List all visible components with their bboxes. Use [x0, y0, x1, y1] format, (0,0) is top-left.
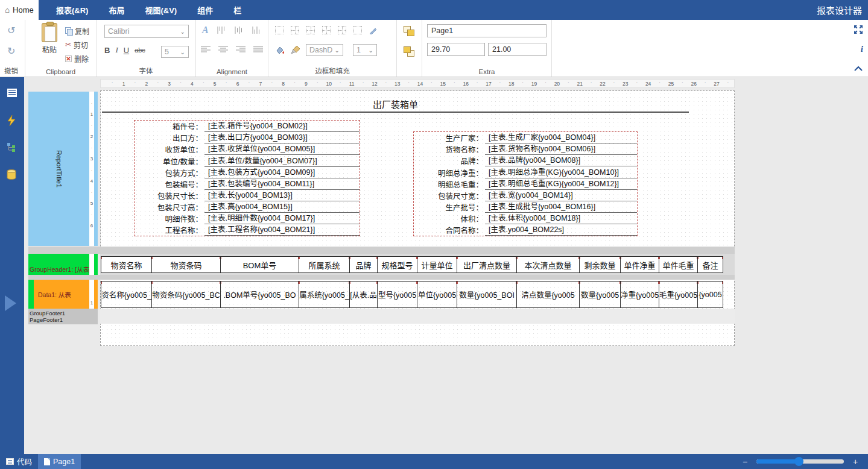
field-right-value-8[interactable]: [主表.yo004_BOM22s]	[485, 223, 637, 236]
delete-button[interactable]: ✕ 删除	[65, 52, 95, 65]
border-vertical-icon[interactable]	[338, 26, 346, 34]
field-right-value-4[interactable]: [主表.明细总毛重(KG){yo004_BOM12}]	[485, 177, 637, 190]
field-right-row-5[interactable]: 包装尺寸宽：[主表.宽{yo004_BOM14}]	[414, 190, 637, 201]
italic-button[interactable]: I	[115, 45, 118, 55]
page-name-input[interactable]: Page1	[427, 24, 546, 37]
menu-item-3[interactable]: 组件	[187, 0, 223, 20]
border-none-icon[interactable]	[353, 26, 362, 34]
menu-item-1[interactable]: 布局	[98, 0, 135, 20]
table-data-cell-11[interactable]: 毛重{yo005	[659, 281, 698, 308]
field-left-row-6[interactable]: 包装尺寸长：[主表.长{yo004_BOM13}]	[135, 190, 360, 201]
table-data-cell-6[interactable]: 单位{yo005	[417, 281, 457, 308]
field-left-row-9[interactable]: 工程名称：[主表.工程名称{yo004_BOM21}]	[135, 224, 360, 236]
field-left-value-9[interactable]: [主表.工程名称{yo004_BOM21}]	[204, 223, 360, 236]
align-left-icon[interactable]	[201, 45, 211, 53]
table-header-cell-12[interactable]: 备注	[697, 256, 723, 273]
redo-button[interactable]: ↻	[7, 46, 15, 56]
tab-page1[interactable]: Page1	[38, 454, 81, 469]
field-left-row-5[interactable]: 包装编号：[主表.包装编号{yo004_BOM11}]	[135, 178, 360, 190]
field-left-row-4[interactable]: 包装方式：[主表.包装方式{yo004_BOM09}]	[135, 167, 360, 178]
field-right-row-7[interactable]: 体积：[主表.体积{yo004_BOM18}]	[414, 213, 637, 224]
footer-band-labels[interactable]: GroupFooter1 PageFooter1	[28, 309, 98, 324]
tab-home[interactable]: ⌂ Home	[0, 0, 39, 20]
table-header-cell-7[interactable]: 出厂清点数量	[457, 256, 517, 273]
table-data-cell-7[interactable]: 数量{yo005_BOI	[457, 281, 517, 308]
field-right-value-6[interactable]: [主表.生成批号{yo004_BOM16}]	[485, 200, 637, 213]
field-left-value-4[interactable]: [主表.包装方式{yo004_BOM09}]	[204, 166, 360, 178]
table-header-cell-5[interactable]: 规格型号	[377, 256, 417, 273]
properties-panel-icon[interactable]	[7, 88, 17, 99]
table-header-cell-2[interactable]: BOM单号	[220, 256, 299, 273]
align-justify-icon[interactable]	[253, 45, 264, 53]
right-field-group[interactable]: 生产厂家：[主表.生成厂家{yo004_BOM04}]货物名称：[主表.货物名称…	[413, 131, 638, 236]
border-horizontal-icon[interactable]	[322, 26, 331, 34]
band-data[interactable]: Data1: 从表	[34, 280, 89, 309]
table-header-cell-3[interactable]: 所属系统	[299, 256, 350, 273]
table-header-cell-11[interactable]: 单件毛重	[659, 256, 698, 273]
border-inside-icon[interactable]	[306, 26, 315, 34]
table-data-cell-10[interactable]: 净重{yo005	[620, 281, 659, 308]
table-header-cell-9[interactable]: 剩余数量	[579, 256, 621, 273]
field-left-value-3[interactable]: [主表.单位/数量{yo004_BOM07}]	[204, 154, 360, 167]
table-data-cell-3[interactable]: 属系统{yo005_	[299, 281, 350, 308]
table-data-cell-9[interactable]: 数量{yo005	[579, 281, 621, 308]
field-left-value-2[interactable]: [主表.收货单位{yo004_BOM05}]	[204, 142, 360, 155]
field-right-value-7[interactable]: [主表.体积{yo004_BOM18}]	[485, 212, 637, 224]
zoom-slider[interactable]	[756, 459, 844, 464]
field-left-row-2[interactable]: 收货单位：[主表.收货单位{yo004_BOM05}]	[135, 143, 360, 155]
field-left-value-8[interactable]: [主表.明细件数{yo004_BOM17}]	[204, 212, 360, 224]
border-all-icon[interactable]	[291, 26, 299, 34]
align-right-icon[interactable]	[236, 45, 246, 53]
zoom-in-button[interactable]: +	[850, 457, 861, 467]
send-to-back-icon[interactable]	[404, 46, 416, 57]
events-lightning-icon[interactable]	[7, 115, 17, 126]
field-right-row-1[interactable]: 货物名称：[主表.货物名称{yo004_BOM06}]	[414, 143, 637, 155]
table-header-cell-6[interactable]: 计量单位	[417, 256, 457, 273]
band-separator[interactable]	[28, 247, 735, 254]
brush-icon[interactable]	[291, 45, 300, 55]
bring-to-front-icon[interactable]	[404, 26, 416, 37]
cut-button[interactable]: ✂ 剪切	[65, 39, 95, 51]
border-outline-icon[interactable]	[275, 26, 284, 34]
table-header-cell-1[interactable]: 物资条码	[151, 256, 221, 273]
expand-panel-button[interactable]	[5, 295, 16, 311]
band-report-title[interactable]: ReportTitle1	[28, 92, 89, 246]
report-tree-icon[interactable]	[7, 142, 17, 153]
strikethrough-button[interactable]: abc	[135, 46, 145, 54]
underline-button[interactable]: U	[124, 46, 129, 55]
field-right-row-4[interactable]: 明细总毛重：[主表.明细总毛重(KG){yo004_BOM12}]	[414, 178, 637, 190]
page-width-input[interactable]: 29.70	[427, 43, 485, 56]
field-right-value-3[interactable]: [主表.明细总净重(KG){yo004_BOM10}]	[485, 166, 637, 178]
page-height-input[interactable]: 21.00	[488, 43, 546, 56]
table-data-cell-5[interactable]: 型号{yo005	[377, 281, 417, 308]
field-left-row-1[interactable]: 出口方：[主表.出口方{yo004_BOM03}]	[135, 132, 360, 143]
fullscreen-icon[interactable]	[854, 25, 863, 34]
field-right-row-2[interactable]: 品牌：[主表.品牌{yo004_BOM08}]	[414, 155, 637, 166]
table-header-cell-10[interactable]: 单件净重	[620, 256, 659, 273]
info-icon[interactable]: i	[861, 44, 863, 54]
menu-item-0[interactable]: 报表(&R)	[46, 0, 98, 20]
table-data-cell-12[interactable]: {yo005	[697, 281, 723, 308]
field-right-row-0[interactable]: 生产厂家：[主表.生成厂家{yo004_BOM04}]	[414, 132, 637, 143]
band-separator[interactable]	[28, 275, 735, 280]
table-data-cell-4[interactable]: [从表.品	[349, 281, 378, 308]
zoom-slider-thumb[interactable]	[794, 457, 803, 466]
undo-button[interactable]: ↺	[7, 26, 15, 36]
field-left-row-8[interactable]: 明细件数：[主表.明细件数{yo004_BOM17}]	[135, 213, 360, 224]
field-left-row-0[interactable]: 箱件号：[主表.箱件号{yo004_BOM02}]	[135, 121, 360, 132]
align-center-icon[interactable]	[218, 45, 229, 53]
bold-button[interactable]: B	[104, 46, 110, 55]
font-family-select[interactable]: Calibri ⌄	[104, 25, 189, 38]
field-left-row-3[interactable]: 单位/数量：[主表.单位/数量{yo004_BOM07}]	[135, 155, 360, 166]
table-header-cell-8[interactable]: 本次清点数量	[516, 256, 580, 273]
table-header-cell-4[interactable]: 品牌	[349, 256, 378, 273]
font-style-button[interactable]: A	[202, 25, 209, 36]
field-right-value-5[interactable]: [主表.宽{yo004_BOM14}]	[485, 189, 637, 201]
field-right-value-0[interactable]: [主表.生成厂家{yo004_BOM04}]	[485, 131, 637, 143]
field-right-row-8[interactable]: 合同名称：[主表.yo004_BOM22s]	[414, 224, 637, 236]
copy-button[interactable]: 复制	[65, 25, 95, 37]
valign-bottom-icon[interactable]	[252, 26, 261, 34]
tab-code[interactable]: 代码	[0, 454, 38, 469]
table-header-cell-0[interactable]: 物资名称	[101, 256, 152, 273]
border-width-select[interactable]: 1 ⌄	[353, 44, 377, 56]
